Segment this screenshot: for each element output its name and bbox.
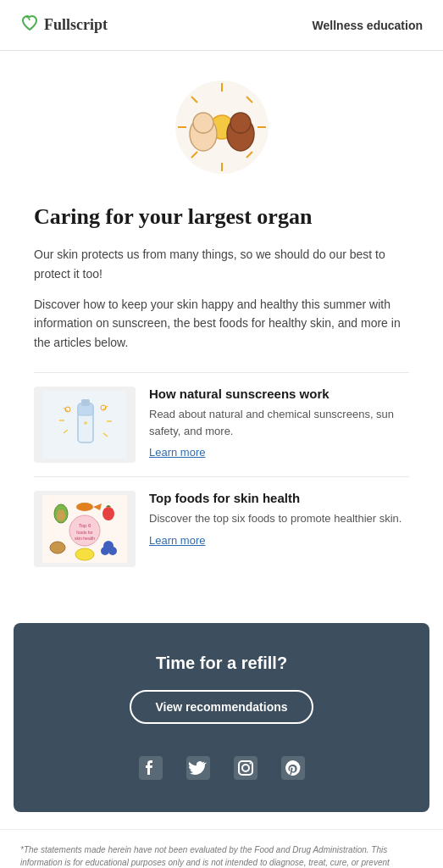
- article-title-1: How natural sunscreens work: [149, 387, 409, 401]
- article-desc-2: Discover the top six foods to promote he…: [149, 510, 409, 527]
- article-card-1: How natural sunscreens work Read about n…: [34, 372, 409, 476]
- svg-text:foods for: foods for: [76, 530, 93, 535]
- svg-rect-17: [81, 399, 90, 406]
- article-info-2: Top foods for skin health Discover the t…: [149, 491, 409, 548]
- svg-point-11: [193, 113, 213, 133]
- svg-text:Top 6: Top 6: [79, 523, 91, 528]
- svg-point-47: [249, 763, 251, 765]
- svg-point-18: [84, 421, 87, 425]
- svg-point-36: [102, 507, 114, 520]
- learn-more-link-1[interactable]: Learn more: [149, 446, 205, 459]
- disclaimer: *The statements made herein have not bee…: [0, 829, 443, 868]
- logo-icon: [20, 14, 39, 36]
- article-title-2: Top foods for skin health: [149, 491, 409, 505]
- header: Fullscript Wellness education: [0, 0, 443, 51]
- learn-more-link-2[interactable]: Learn more: [149, 534, 205, 547]
- svg-point-38: [75, 548, 94, 560]
- view-recommendations-button[interactable]: View recommendations: [130, 690, 313, 724]
- twitter-icon[interactable]: [185, 754, 212, 782]
- intro-paragraph-2: Discover how to keep your skin happy and…: [34, 295, 409, 352]
- cta-section: Time for a refill? View recommendations: [14, 623, 429, 812]
- main-content: Caring for your largest organ Our skin p…: [0, 195, 443, 606]
- email-wrapper: Fullscript Wellness education: [0, 0, 443, 868]
- logo-text: Fullscript: [44, 16, 108, 34]
- article-card-2: Top 6 foods for skin health: [34, 476, 409, 581]
- article-thumbnail-1: [34, 387, 136, 463]
- article-info-1: How natural sunscreens work Read about n…: [149, 387, 409, 459]
- articles-section: How natural sunscreens work Read about n…: [34, 372, 409, 581]
- svg-point-34: [76, 503, 93, 511]
- svg-point-41: [101, 547, 109, 555]
- svg-point-37: [50, 542, 65, 554]
- pinterest-icon[interactable]: [280, 754, 307, 782]
- cta-title: Time for a refill?: [34, 654, 409, 673]
- svg-text:skin health: skin health: [75, 536, 95, 541]
- logo: Fullscript: [20, 14, 108, 36]
- article-thumbnail-2: Top 6 foods for skin health: [34, 491, 136, 567]
- intro-paragraph-1: Our skin protects us from many things, s…: [34, 245, 409, 283]
- svg-point-40: [108, 547, 117, 555]
- social-icons: [34, 754, 409, 782]
- svg-rect-44: [234, 756, 257, 780]
- svg-point-13: [230, 113, 251, 133]
- instagram-icon[interactable]: [232, 754, 259, 782]
- disclaimer-text: *The statements made herein have not bee…: [20, 845, 415, 868]
- main-title: Caring for your largest organ: [34, 203, 409, 230]
- nav-wellness-education[interactable]: Wellness education: [313, 19, 423, 32]
- article-desc-1: Read about natural and chemical sunscree…: [149, 406, 409, 439]
- facebook-icon[interactable]: [137, 754, 164, 782]
- svg-point-33: [57, 509, 65, 521]
- hero-illustration: [171, 76, 273, 178]
- hero-image: [0, 51, 443, 195]
